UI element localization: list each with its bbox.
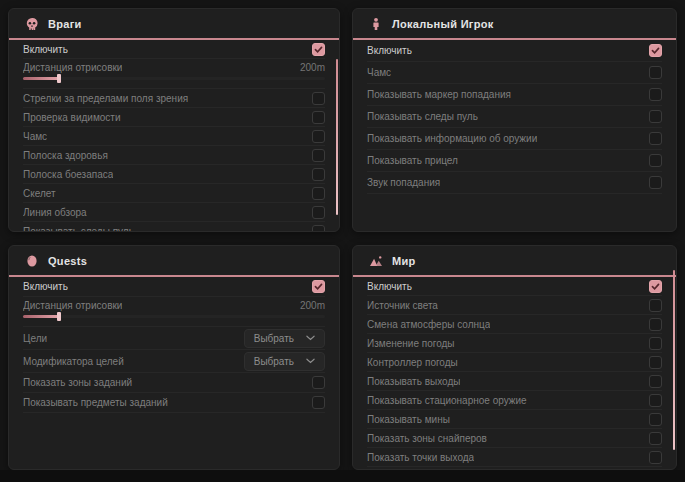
slider-header: Дистанция отрисовки200m	[23, 62, 325, 73]
skull-icon	[25, 17, 39, 31]
checkbox[interactable]	[649, 413, 662, 426]
setting-label: Цели	[23, 333, 47, 344]
chevron-down-icon	[306, 358, 315, 364]
checkbox[interactable]	[649, 375, 662, 388]
panel-header: Враги	[9, 9, 339, 40]
panel-header: Мир	[353, 246, 676, 277]
checkbox[interactable]	[649, 318, 662, 331]
setting-row: Показать точки выхода	[367, 448, 662, 467]
setting-label: Модификатора целей	[23, 356, 124, 367]
overlay-root: ВрагиВключитьДистанция отрисовки200mСтре…	[0, 0, 685, 482]
select-dropdown[interactable]: Выбрать	[244, 329, 325, 348]
slider[interactable]	[23, 315, 325, 318]
checkbox[interactable]	[649, 44, 662, 57]
setting-label: Включить	[367, 45, 412, 56]
background-band	[0, 470, 685, 482]
slider-setting-row: Дистанция отрисовки200m	[23, 297, 325, 327]
panel-header: Локальный Игрок	[353, 9, 676, 40]
setting-label: Дистанция отрисовки	[23, 300, 122, 311]
checkbox[interactable]	[649, 110, 662, 123]
checkbox[interactable]	[312, 43, 325, 56]
setting-row: Показать зоны заданий	[23, 373, 325, 393]
select-dropdown[interactable]: Выбрать	[244, 352, 325, 371]
checkbox[interactable]	[649, 66, 662, 79]
checkbox[interactable]	[649, 432, 662, 445]
setting-row: Изменение погоды	[367, 334, 662, 353]
setting-label: Изменение погоды	[367, 338, 455, 349]
select-value: Выбрать	[254, 356, 294, 367]
settings-list: ВключитьИсточник светаСмена атмосферы со…	[353, 277, 676, 467]
setting-label: Контроллер погоды	[367, 357, 458, 368]
setting-label: Стрелки за пределами поля зрения	[23, 93, 188, 104]
panel-title: Локальный Игрок	[392, 18, 494, 30]
setting-row: Включить	[23, 40, 325, 59]
checkbox[interactable]	[312, 206, 325, 219]
setting-label: Показать зоны заданий	[23, 377, 132, 388]
panel-title: Враги	[48, 18, 82, 30]
settings-list: ВключитьЧамсПоказывать маркер попаданияП…	[353, 40, 676, 194]
checkbox[interactable]	[649, 394, 662, 407]
mountain-icon	[369, 254, 383, 268]
setting-row: Контроллер погоды	[367, 353, 662, 372]
setting-row: Показать зоны снайперов	[367, 429, 662, 448]
setting-row: Источник света	[367, 296, 662, 315]
setting-label: Скелет	[23, 188, 56, 199]
select-setting-row: ЦелиВыбрать	[23, 327, 325, 350]
setting-row: Включить	[23, 277, 325, 297]
setting-label: Проверка видимости	[23, 112, 121, 123]
checkbox[interactable]	[312, 225, 325, 233]
setting-label: Звук попадания	[367, 177, 440, 188]
panel-header: Quests	[9, 246, 339, 277]
setting-row: Линия обзора	[23, 203, 325, 222]
checkbox[interactable]	[312, 396, 325, 409]
setting-row: Проверка видимости	[23, 108, 325, 127]
checkbox[interactable]	[312, 149, 325, 162]
slider-header: Дистанция отрисовки200m	[23, 300, 325, 311]
slider[interactable]	[23, 77, 325, 80]
checkbox[interactable]	[312, 168, 325, 181]
setting-label: Показывать прицел	[367, 155, 458, 166]
checkbox[interactable]	[649, 154, 662, 167]
setting-label: Показывать выходы	[367, 376, 460, 387]
checkbox[interactable]	[312, 187, 325, 200]
checkbox[interactable]	[649, 356, 662, 369]
checkbox[interactable]	[649, 280, 662, 293]
slider-thumb[interactable]	[57, 74, 61, 83]
scrollbar[interactable]	[673, 270, 675, 450]
setting-label: Показывать информацию об оружии	[367, 133, 537, 144]
setting-row: Чамс	[23, 127, 325, 146]
chevron-down-icon	[306, 335, 315, 341]
slider-thumb[interactable]	[57, 312, 61, 321]
select-setting-row: Модификатора целейВыбрать	[23, 350, 325, 373]
panel-enemies: ВрагиВключитьДистанция отрисовки200mСтре…	[8, 8, 340, 232]
settings-list: ВключитьДистанция отрисовки200mСтрелки з…	[9, 40, 339, 232]
setting-label: Включить	[23, 281, 68, 292]
checkbox[interactable]	[312, 376, 325, 389]
checkbox[interactable]	[312, 130, 325, 143]
checkbox[interactable]	[312, 92, 325, 105]
panel-title: Quests	[48, 255, 87, 267]
setting-label: Показывать мины	[367, 414, 450, 425]
setting-label: Чамс	[23, 131, 47, 142]
panel-world: МирВключитьИсточник светаСмена атмосферы…	[352, 245, 677, 470]
checkbox[interactable]	[649, 88, 662, 101]
setting-row: Показывать мины	[367, 410, 662, 429]
checkbox[interactable]	[312, 280, 325, 293]
scrollbar[interactable]	[336, 59, 338, 215]
checkbox[interactable]	[649, 132, 662, 145]
setting-label: Дистанция отрисовки	[23, 62, 122, 73]
slider-setting-row: Дистанция отрисовки200m	[23, 59, 325, 89]
setting-row: Показывать стационарное оружие	[367, 391, 662, 410]
checkbox[interactable]	[649, 451, 662, 464]
checkbox[interactable]	[649, 337, 662, 350]
checkbox[interactable]	[312, 111, 325, 124]
checkbox[interactable]	[649, 299, 662, 312]
setting-row: Показывать следы пуль	[367, 106, 662, 128]
setting-label: Показывать стационарное оружие	[367, 395, 527, 406]
person-icon	[369, 17, 383, 31]
settings-list: ВключитьДистанция отрисовки200mЦелиВыбра…	[9, 277, 339, 413]
checkbox[interactable]	[649, 176, 662, 189]
setting-row: Включить	[367, 277, 662, 296]
setting-label: Линия обзора	[23, 207, 87, 218]
setting-row: Показывать информацию об оружии	[367, 128, 662, 150]
